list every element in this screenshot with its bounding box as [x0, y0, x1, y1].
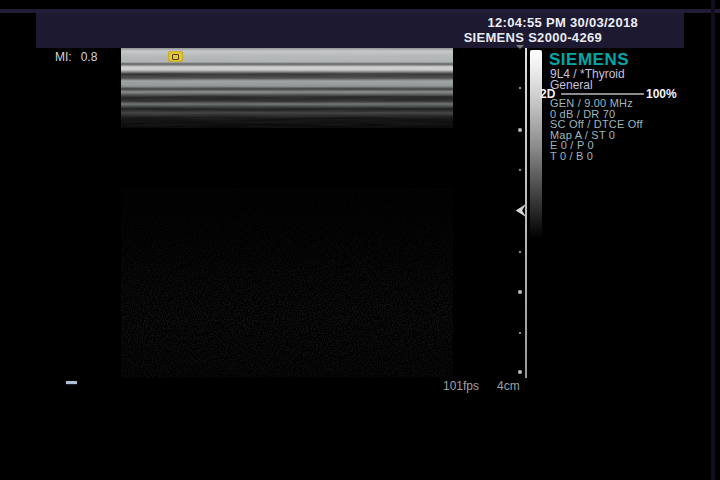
- timestamp: 12:04:55 PM 30/03/2018: [488, 15, 638, 30]
- focus-marker-icon: [512, 204, 526, 217]
- depth-label: 4cm: [497, 379, 520, 393]
- depth-ruler: [525, 48, 527, 378]
- ultrasound-screen: 12:04:55 PM 30/03/2018 SIEMENS S2000-426…: [0, 0, 720, 480]
- framerate-label: 101fps: [443, 379, 479, 393]
- depth-tick-1cm: [518, 128, 522, 132]
- mi-value: 0.8: [81, 50, 98, 64]
- ultrasound-image: [121, 48, 453, 378]
- param-t-b: T 0 / B 0: [550, 151, 643, 162]
- imaging-parameters: GEN / 9.00 MHz 0 dB / DR 70 SC Off / DTC…: [550, 98, 643, 162]
- right-border-line: [711, 0, 715, 480]
- tgc-indicator-dash: [66, 381, 77, 384]
- mi-readout: MI:0.8: [55, 50, 97, 64]
- grayscale-map-bar: [530, 50, 542, 238]
- device-id: SIEMENS S2000-4269: [464, 30, 602, 45]
- mode-divider-line: [561, 93, 644, 95]
- mi-label: MI:: [55, 50, 72, 64]
- speckle-noise-overlay: [121, 48, 453, 378]
- depth-tick: [519, 332, 521, 334]
- param-frequency: GEN / 9.00 MHz: [550, 98, 643, 109]
- exam-preset: General: [550, 78, 593, 92]
- depth-tick: [519, 87, 521, 89]
- gain-percent: 100%: [646, 87, 677, 101]
- probe-orientation-marker-icon: [168, 51, 183, 62]
- depth-tick-4cm: [518, 370, 522, 374]
- depth-tick: [519, 169, 521, 171]
- header-bar: 12:04:55 PM 30/03/2018 SIEMENS S2000-426…: [36, 13, 684, 48]
- depth-tick: [519, 251, 521, 253]
- depth-tick-3cm: [518, 290, 522, 294]
